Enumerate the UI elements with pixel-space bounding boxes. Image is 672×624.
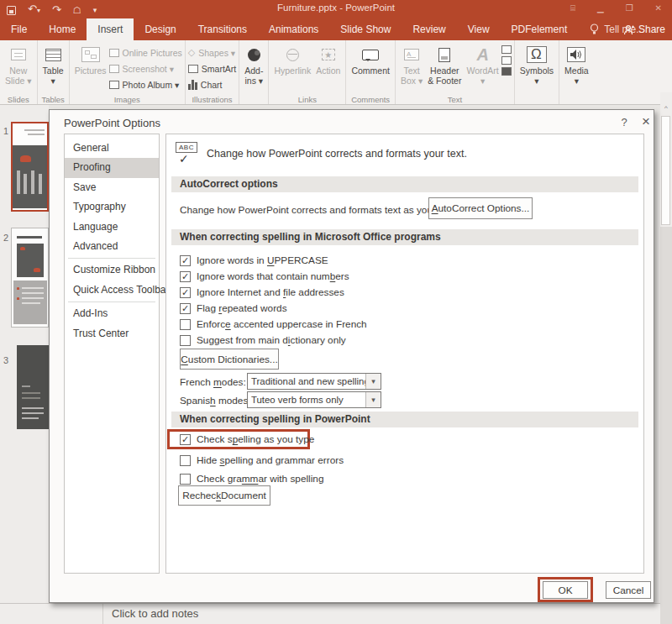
ribbon-display-options-icon[interactable]: ⌸ — [570, 3, 575, 13]
nav-item-trust-center[interactable]: Trust Center — [65, 324, 159, 343]
hyperlink-button[interactable]: Hyperlink — [271, 43, 313, 76]
object-icon[interactable] — [501, 67, 512, 76]
restore-icon[interactable]: ❐ — [626, 3, 633, 13]
nav-item-quick-access-toolbar[interactable]: Quick Access Toolbar — [65, 281, 159, 300]
custom-dictionaries-button[interactable]: Custom Dictionaries... — [180, 349, 279, 370]
smartart-button[interactable]: SmartArt — [188, 60, 236, 76]
ok-button[interactable]: OK — [543, 581, 588, 599]
notes-pane[interactable]: Click to add notes — [0, 603, 660, 624]
nav-item-language[interactable]: Language — [65, 218, 159, 237]
notes-placeholder: Click to add notes — [112, 607, 198, 620]
recheck-document-button[interactable]: Recheck Document — [178, 485, 270, 506]
tab-review[interactable]: Review — [402, 18, 456, 40]
tab-pdfelement[interactable]: PDFelement — [501, 18, 579, 40]
nav-item-save[interactable]: Save — [65, 178, 159, 197]
checkbox-label: Enforce accented uppercase in French — [197, 318, 367, 330]
checkbox-label: Ignore words that contain numbers — [197, 270, 349, 282]
chevron-down-icon[interactable]: ▾ — [365, 374, 381, 389]
share-button[interactable]: Share — [623, 18, 665, 40]
slide-thumbnail-2[interactable] — [11, 228, 49, 328]
checkbox-enforce-french[interactable]: Enforce accented uppercase in French — [180, 317, 367, 331]
tab-file[interactable]: File — [0, 18, 38, 40]
new-slide-button[interactable]: NewSlide ▾ — [3, 43, 34, 87]
tab-home[interactable]: Home — [38, 18, 87, 40]
action-button[interactable]: ★ Action — [313, 43, 343, 76]
nav-item-proofing[interactable]: Proofing — [65, 158, 159, 177]
checkbox-icon[interactable]: ✓ — [180, 287, 191, 298]
addins-button[interactable]: Add-ins ▾ — [242, 43, 265, 87]
checkbox-icon[interactable] — [180, 335, 191, 346]
checkbox-ignore-internet[interactable]: ✓ Ignore Internet and file addresses — [180, 286, 344, 299]
spanish-modes-value: Tuteo verb forms only — [248, 392, 365, 407]
tab-insert[interactable]: Insert — [87, 18, 134, 40]
tab-transitions[interactable]: Transitions — [187, 18, 258, 40]
nav-item-advanced[interactable]: Advanced — [65, 237, 159, 256]
checkbox-suggest-main-dictionary[interactable]: Suggest from main dictionary only — [180, 333, 346, 347]
slide-thumbnail-1[interactable] — [11, 122, 49, 212]
spanish-modes-select[interactable]: Tuteo verb forms only ▾ — [247, 391, 381, 408]
scrollbar-thumb[interactable] — [661, 116, 670, 225]
slide-number: 2 — [3, 233, 8, 243]
minimize-icon[interactable]: ▁ — [597, 3, 604, 13]
checkbox-flag-repeated[interactable]: ✓ Flag repeated words — [180, 302, 287, 315]
checkbox-label: Hide spelling and grammar errors — [197, 454, 344, 466]
media-button[interactable]: Media▾ — [562, 43, 591, 87]
symbols-button[interactable]: Ω Symbols▾ — [517, 43, 556, 87]
abc-proofing-icon: ABC ✓ — [176, 142, 201, 167]
checkbox-icon[interactable]: ✓ — [180, 271, 191, 282]
checkbox-icon[interactable]: ✓ — [180, 303, 191, 314]
checkbox-label: Check spelling as you type — [197, 433, 314, 445]
shapes-button[interactable]: ◇ Shapes ▾ — [188, 45, 236, 60]
dialog-help-icon[interactable]: ? — [617, 116, 631, 128]
close-window-icon[interactable]: ✕ — [655, 3, 662, 13]
tab-design[interactable]: Design — [134, 18, 186, 40]
checkbox-icon[interactable] — [180, 455, 191, 466]
comment-icon — [362, 50, 379, 60]
checkbox-icon[interactable]: ✓ — [180, 255, 191, 266]
checkbox-icon[interactable]: ✓ — [180, 434, 191, 445]
checkbox-ignore-numbers[interactable]: ✓ Ignore words that contain numbers — [180, 270, 349, 283]
photo-album-button[interactable]: Photo Album ▾ — [109, 76, 182, 92]
scroll-up-icon[interactable]: ^ — [660, 104, 672, 112]
checkbox-check-grammar[interactable]: Check grammar with spelling — [180, 472, 323, 485]
slide-thumbnail-3[interactable] — [17, 345, 49, 429]
scrollbar-track[interactable] — [660, 227, 672, 624]
nav-item-general[interactable]: General — [65, 139, 159, 158]
checkbox-icon[interactable] — [180, 319, 191, 330]
text-box-button[interactable]: A TextBox ▾ — [398, 43, 425, 87]
nav-item-customize-ribbon[interactable]: Customize Ribbon — [65, 260, 159, 280]
header-footer-button[interactable]: Header& Footer — [425, 43, 464, 87]
vertical-scrollbar[interactable]: ^ — [660, 92, 672, 624]
proofing-intro: Change how PowerPoint corrects and forma… — [207, 148, 467, 160]
wordart-button[interactable]: A WordArt▾ — [464, 43, 501, 87]
online-pictures-button[interactable]: Online Pictures — [109, 45, 182, 60]
checkbox-hide-spelling-errors[interactable]: Hide spelling and grammar errors — [180, 454, 344, 467]
cancel-button[interactable]: Cancel — [606, 581, 651, 599]
screenshot-icon — [109, 65, 119, 73]
pictures-button[interactable]: Pictures — [72, 43, 109, 76]
title-bar: ↶▾ ↷ ☖ ▾ Furniture.pptx - PowerPoint ⌸ ▁… — [0, 0, 672, 18]
tab-slide-show[interactable]: Slide Show — [329, 18, 402, 40]
wordart-icon: A — [476, 45, 488, 65]
ribbon-group-addins: Add-ins ▾ — [239, 40, 269, 104]
tab-view[interactable]: View — [457, 18, 501, 40]
comment-button[interactable]: Comment — [349, 43, 392, 76]
nav-item-add-ins[interactable]: Add-Ins — [65, 304, 159, 323]
french-modes-select[interactable]: Traditional and new spellings ▾ — [247, 373, 381, 390]
nav-item-typography[interactable]: Typography — [65, 197, 159, 217]
tab-animations[interactable]: Animations — [258, 18, 329, 40]
screenshot-button[interactable]: Screenshot ▾ — [109, 60, 182, 76]
slide-number-icon[interactable] — [501, 56, 512, 65]
chart-button[interactable]: Chart — [188, 76, 236, 92]
checkbox-label: Ignore words in UPPERCASE — [197, 254, 328, 266]
checkbox-ignore-uppercase[interactable]: ✓ Ignore words in UPPERCASE — [180, 254, 328, 267]
dropdown-arrow-icon: ▾ — [27, 76, 31, 86]
table-button[interactable]: Table▾ — [40, 43, 66, 87]
autocorrect-options-button[interactable]: AutoCorrect Options... — [428, 197, 533, 219]
dialog-close-icon[interactable]: × — [638, 113, 654, 130]
chevron-down-icon[interactable]: ▾ — [365, 392, 381, 407]
autocorrect-row-label: Change how PowerPoint corrects and forma… — [180, 204, 457, 216]
checkbox-check-spelling-as-you-type[interactable]: ✓ Check spelling as you type — [180, 433, 314, 446]
date-time-icon[interactable] — [501, 45, 512, 54]
checkbox-icon[interactable] — [180, 474, 191, 485]
